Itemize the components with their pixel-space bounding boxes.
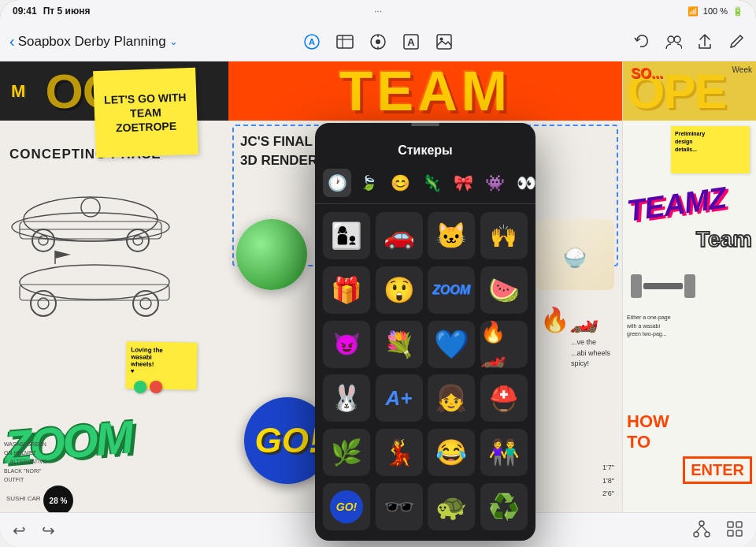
clock-icon: 🕐 [328, 173, 347, 192]
green-sphere-sticker [236, 219, 307, 290]
sticker-watermelon[interactable]: 🍉 [480, 266, 528, 314]
svg-line-36 [702, 526, 707, 532]
category-recent[interactable]: 🕐 [323, 169, 351, 197]
redo-tool[interactable]: ↪ [42, 521, 55, 540]
table-tool[interactable] [335, 32, 355, 52]
insert-text-tool[interactable]: A [302, 32, 322, 52]
eyes-icon: 👀 [517, 173, 536, 192]
stickers-popup[interactable]: Стикеры 🕐 🍃 😊 🦎 [315, 123, 536, 541]
category-outline[interactable]: 🍃 [354, 169, 383, 197]
hierarchy-tool[interactable] [693, 520, 710, 541]
team-banner-text: TEAM [339, 61, 511, 121]
svg-rect-2 [337, 35, 353, 48]
popup-drag-handle[interactable] [411, 123, 439, 126]
bow-icon: 🎀 [454, 173, 473, 192]
nav-bar: ‹ Soapbox Derby Planning ⌄ A [0, 22, 756, 61]
svg-point-34 [705, 532, 710, 537]
share-button[interactable] [695, 32, 715, 52]
image-tool[interactable] [434, 32, 454, 52]
sticker-gift[interactable]: 🎁 [323, 266, 370, 314]
category-custom4[interactable]: 👀 [512, 169, 536, 197]
dimension-notes: 1'7" 1'8" 2'6" [602, 461, 614, 500]
sticker-go-blue[interactable]: GO! [323, 483, 370, 530]
sticker-blue-heart[interactable]: 💙 [428, 321, 475, 368]
stickers-title: Стикеры [315, 132, 536, 166]
sticker-surprised-girl[interactable]: 😲 [376, 266, 423, 314]
battery-label: 100 % [703, 6, 728, 16]
sticker-zoom-text[interactable]: ZOOM [428, 266, 475, 314]
sticker-sunglasses-girl[interactable]: 🕶️ [376, 483, 423, 530]
canvas-area[interactable]: M OOPE LET'S GO WITH TEAM ZOETROPE CONCE… [0, 61, 756, 547]
back-button[interactable]: ‹ [9, 32, 15, 50]
svg-point-19 [39, 236, 48, 245]
undo-tool[interactable]: ↩ [13, 521, 26, 540]
svg-text:A: A [407, 36, 415, 48]
sushi-car-label: SUSHI CAR [6, 494, 41, 504]
svg-rect-40 [736, 530, 742, 536]
media-tool[interactable] [368, 32, 388, 52]
wasabi-wheels-text: ...ve the ...abi wheels spicy! [571, 337, 610, 370]
sticker-turtle[interactable]: 🐢 [428, 483, 475, 530]
collaborate-button[interactable] [663, 32, 684, 52]
fire-car-sticker: 🔥🏎️ [540, 306, 598, 333]
status-bar-right: 📶 100 % 🔋 [687, 6, 743, 17]
sticker-cat[interactable]: 🐱 [428, 212, 475, 259]
svg-rect-37 [728, 522, 733, 527]
category-custom2[interactable]: 🎀 [449, 169, 477, 197]
sticker-monster[interactable]: 😈 [323, 321, 370, 368]
sticker-fire-car[interactable]: 🔥🏎️ [480, 321, 528, 368]
category-emoji[interactable]: 😊 [386, 169, 414, 197]
sticker-rabbit[interactable]: 🐰 [323, 374, 370, 422]
sticky-note-left: LET'S GO WITH TEAM ZOETROPE [93, 68, 198, 158]
barbell-visual [631, 274, 695, 298]
lizard-icon: 🦎 [422, 173, 442, 192]
grid-tool[interactable] [726, 520, 743, 541]
edit-button[interactable] [726, 32, 747, 52]
category-custom1[interactable]: 🦎 [417, 169, 446, 197]
text-tool[interactable]: A [401, 32, 421, 52]
sticker-helmet[interactable]: ⛑️ [480, 374, 528, 422]
smile-icon: 😊 [391, 173, 410, 192]
sticker-hands[interactable]: 🙌 [480, 212, 528, 259]
sticker-girl-face[interactable]: 👧 [428, 374, 475, 422]
svg-point-27 [38, 298, 49, 309]
how-text: HOW [627, 411, 669, 432]
date: Пт 5 июня [43, 6, 91, 17]
how-to-area: HOW TO [627, 411, 669, 452]
sticker-mom-child[interactable]: 👩‍👦 [323, 212, 370, 259]
sticker-red-car[interactable]: 🚗 [376, 212, 423, 259]
sticker-couple[interactable]: 👫 [480, 429, 528, 476]
svg-point-13 [668, 36, 674, 43]
svg-point-33 [694, 532, 699, 537]
team-middle-banner: TEAM [228, 61, 622, 121]
sticker-laughing[interactable]: 😂 [428, 429, 475, 476]
sticker-recycle[interactable]: ♻️ [480, 483, 528, 530]
svg-point-24 [20, 265, 169, 300]
sticker-flowers[interactable]: 💐 [376, 321, 423, 368]
chevron-down-icon[interactable]: ⌄ [169, 35, 178, 47]
svg-rect-38 [736, 522, 742, 527]
svg-point-32 [699, 521, 704, 526]
svg-point-6 [376, 39, 380, 44]
wasabi-notes: WASABI GREEN ON HELMET ✓ ALTERNATIVE BLA… [4, 440, 46, 484]
sticker-a-plus[interactable]: A+ [376, 374, 423, 422]
svg-point-18 [32, 229, 54, 251]
right-description-text: Either a one-page with a wasabi green tw… [627, 314, 753, 339]
sticker-leaves[interactable]: 🌿 [323, 429, 370, 476]
undo-button[interactable] [632, 32, 652, 52]
teamz-sticker: TEAMZ [625, 180, 728, 228]
status-bar-left: 09:41 Пт 5 июня [13, 6, 90, 17]
leaf-icon: 🍃 [360, 174, 377, 192]
category-custom3[interactable]: 👾 [480, 169, 509, 197]
document-title: Soapbox Derby Planning ⌄ [18, 34, 178, 50]
bottom-right-tools [693, 520, 743, 541]
stickers-categories: 🕐 🍃 😊 🦎 🎀 [315, 166, 536, 204]
rice-texture: 🍚 [536, 219, 614, 290]
battery-icon: 🔋 [732, 6, 743, 17]
svg-point-12 [440, 37, 443, 40]
week-text: Week [732, 65, 752, 74]
sticker-dancing-girl[interactable]: 💃 [376, 429, 423, 476]
enter-text-box: ENTER [683, 456, 752, 484]
svg-text:A: A [309, 37, 315, 47]
nav-center-tools: A [255, 32, 501, 52]
